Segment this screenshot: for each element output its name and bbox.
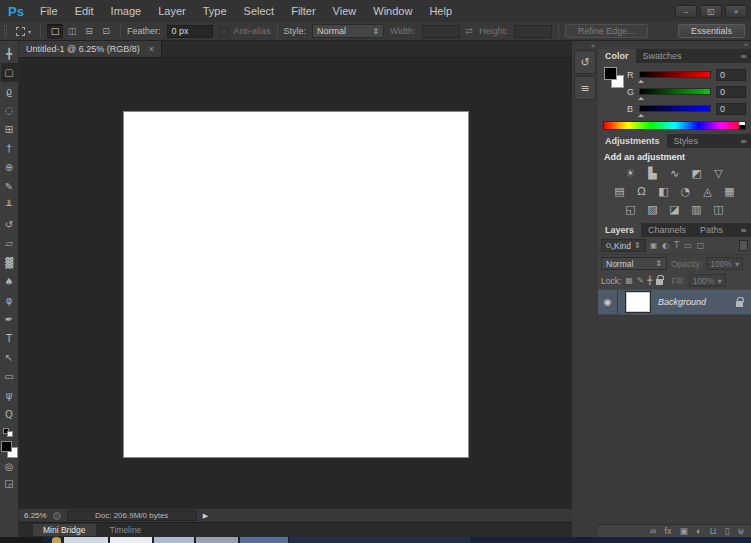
- tool-crop[interactable]: ⊞: [1, 120, 18, 139]
- menu-item-filter[interactable]: Filter: [291, 5, 315, 17]
- menu-item-view[interactable]: View: [333, 5, 357, 17]
- blue-slider[interactable]: [639, 105, 711, 112]
- menu-item-type[interactable]: Type: [203, 5, 227, 17]
- lock-lock-transparent-pixels[interactable]: ▦: [625, 276, 633, 285]
- width-input[interactable]: [422, 25, 460, 38]
- filter-filter-type-layers[interactable]: T: [674, 241, 679, 250]
- bottom-tab-timeline[interactable]: Timeline: [100, 524, 152, 536]
- adjustment-posterize[interactable]: ▨: [644, 202, 661, 217]
- blend-mode-dropdown[interactable]: Normal ⇕: [601, 257, 667, 270]
- panel-menu-icon[interactable]: ≡: [736, 223, 751, 237]
- fill-dropdown[interactable]: 100% ▾: [689, 274, 726, 287]
- tool-rectangle[interactable]: ▭: [1, 367, 18, 386]
- refine-edge-button[interactable]: Refine Edge...: [565, 24, 648, 38]
- taskbar-window-button[interactable]: [64, 537, 108, 543]
- mode-add-to-selection[interactable]: ◫: [64, 24, 80, 39]
- menu-item-layer[interactable]: Layer: [158, 5, 186, 17]
- layer-name[interactable]: Background: [658, 297, 706, 307]
- foreground-color-swatch[interactable]: [1, 441, 12, 452]
- tool-type[interactable]: T: [1, 329, 18, 348]
- canvas-area[interactable]: [19, 58, 572, 508]
- tab-layers[interactable]: Layers: [598, 223, 641, 237]
- restore-button[interactable]: ◱: [700, 5, 722, 18]
- tool-history-brush[interactable]: ↺: [1, 215, 18, 234]
- tab-adjustments[interactable]: Adjustments: [598, 134, 667, 148]
- tab-swatches[interactable]: Swatches: [636, 49, 689, 63]
- tool-move[interactable]: ╋: [1, 44, 18, 63]
- mode-subtract-from-selection[interactable]: ⊟: [81, 24, 97, 39]
- filter-filter-adjustment-layers[interactable]: ◐: [662, 241, 669, 250]
- menu-item-window[interactable]: Window: [373, 5, 412, 17]
- red-slider[interactable]: [639, 71, 711, 78]
- expand-dock-icon[interactable]: «: [572, 42, 598, 50]
- action-new-adjustment-layer[interactable]: ◐: [696, 527, 701, 536]
- filter-toggle-switch[interactable]: [739, 240, 748, 251]
- tool-gradient[interactable]: ▓: [1, 253, 18, 272]
- panel-menu-icon[interactable]: ≡: [736, 134, 751, 148]
- adjustment-color-lookup[interactable]: ▦: [721, 184, 738, 199]
- workspace-switcher-button[interactable]: Essentials: [678, 24, 745, 38]
- tab-paths[interactable]: Paths: [693, 223, 730, 237]
- action-add-layer-mask[interactable]: ▣: [679, 527, 688, 536]
- status-menu-arrow-icon[interactable]: ▶: [203, 512, 208, 520]
- layer-thumbnail[interactable]: [625, 291, 651, 313]
- lock-lock-image-pixels[interactable]: ✎: [637, 276, 644, 285]
- tab-styles[interactable]: Styles: [667, 134, 706, 148]
- layers-empty-area[interactable]: [598, 315, 751, 524]
- adjustment-curves[interactable]: ∿: [666, 166, 683, 181]
- lock-lock-position[interactable]: ╋: [648, 276, 653, 285]
- adjustment-invert[interactable]: ◱: [622, 202, 639, 217]
- green-slider[interactable]: [639, 88, 711, 95]
- zoom-level-field[interactable]: 6.25%: [24, 511, 47, 520]
- adjustment-levels[interactable]: ▙: [644, 166, 661, 181]
- menu-item-edit[interactable]: Edit: [75, 5, 94, 17]
- adjustment-vibrance[interactable]: ▽: [710, 166, 727, 181]
- adjustment-exposure[interactable]: ◩: [688, 166, 705, 181]
- options-bar-grip[interactable]: [4, 25, 7, 37]
- tool-dodge[interactable]: φ: [1, 291, 18, 310]
- tab-color[interactable]: Color: [598, 49, 636, 63]
- tool-path-selection[interactable]: ↖: [1, 348, 18, 367]
- tool-brush[interactable]: ✎: [1, 177, 18, 196]
- tool-pen[interactable]: ✒: [1, 310, 18, 329]
- color-spectrum-ramp[interactable]: [603, 121, 746, 130]
- action-new-layer[interactable]: ▯: [724, 527, 729, 536]
- height-input[interactable]: [514, 25, 552, 38]
- adjustment-selective-color[interactable]: ◫: [710, 202, 727, 217]
- swap-dimensions-icon[interactable]: ⇄: [466, 26, 474, 36]
- taskbar-window-button[interactable]: [110, 537, 152, 543]
- adjustment-black-and-white[interactable]: ◧: [655, 184, 672, 199]
- collapse-dock-icon[interactable]: »: [598, 41, 751, 49]
- antialias-checkbox[interactable]: [219, 27, 228, 36]
- red-value-input[interactable]: 0: [716, 69, 746, 81]
- tool-zoom[interactable]: Q: [1, 405, 18, 424]
- taskbar-window-button[interactable]: [240, 537, 288, 543]
- filter-filter-shape-layers[interactable]: ▭: [684, 241, 692, 250]
- opacity-dropdown[interactable]: 100% ▾: [706, 257, 743, 270]
- document-canvas[interactable]: [123, 111, 469, 458]
- quick-mask-button[interactable]: ◎: [1, 458, 18, 475]
- tab-channels[interactable]: Channels: [641, 223, 693, 237]
- black-swatch[interactable]: [739, 125, 745, 129]
- visibility-toggle[interactable]: ◉: [598, 290, 618, 314]
- foreground-background-swatches[interactable]: [1, 441, 18, 458]
- panel-menu-icon[interactable]: ≡: [736, 49, 751, 63]
- menu-item-image[interactable]: Image: [111, 5, 142, 17]
- mode-intersect-selection[interactable]: ⊡: [98, 24, 114, 39]
- adjustment-channel-mixer[interactable]: ◬: [699, 184, 716, 199]
- adjustment-photo-filter[interactable]: ◔: [677, 184, 694, 199]
- tool-preset-picker[interactable]: ▾: [13, 26, 34, 37]
- adjustment-brightness-contrast[interactable]: ☀: [622, 166, 639, 181]
- green-value-input[interactable]: 0: [716, 86, 746, 98]
- tool-quick-selection[interactable]: ◌: [1, 101, 18, 120]
- menu-item-file[interactable]: File: [40, 5, 58, 17]
- tool-spot-healing-brush[interactable]: ⊕: [1, 158, 18, 177]
- status-globe-icon[interactable]: [53, 512, 61, 520]
- tool-clone-stamp[interactable]: ╨: [1, 196, 18, 215]
- action-layer-effects[interactable]: fx: [664, 527, 671, 536]
- filter-filter-pixel-layers[interactable]: ▣: [650, 241, 658, 250]
- filter-filter-smart-objects[interactable]: ▢: [697, 241, 705, 250]
- menu-item-help[interactable]: Help: [429, 5, 452, 17]
- adjustment-color-balance[interactable]: Ω: [633, 184, 650, 199]
- adjustment-hue-saturation[interactable]: ▤: [611, 184, 628, 199]
